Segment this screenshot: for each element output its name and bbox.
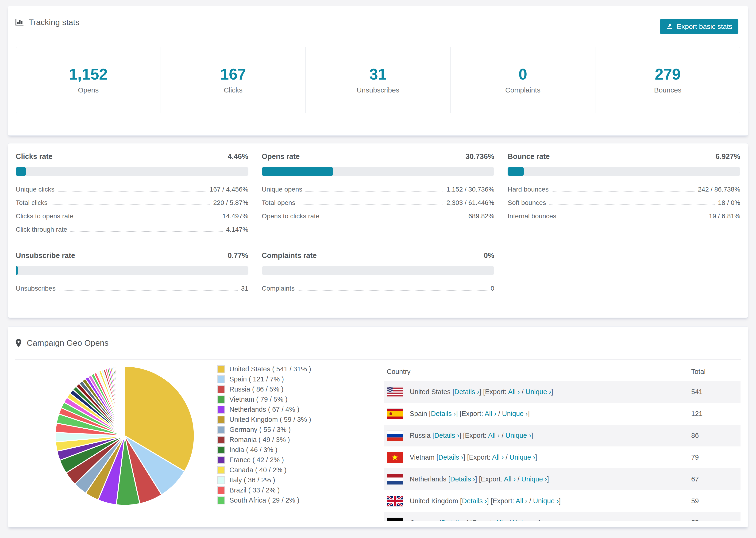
export-all-link[interactable]: All › bbox=[488, 432, 500, 439]
export-all-link[interactable]: All › bbox=[485, 410, 496, 417]
legend-label: Russia ( 86 / 5% ) bbox=[229, 385, 283, 393]
metric-row: Total clicks220 / 5.87% bbox=[16, 199, 248, 206]
details-link[interactable]: Details › bbox=[431, 410, 456, 417]
table-header-row: Country Total bbox=[384, 362, 740, 381]
export-unique-link[interactable]: Unique › bbox=[533, 497, 559, 505]
export-all-link[interactable]: All › bbox=[504, 475, 515, 483]
map-pin-icon bbox=[15, 339, 22, 348]
stat-value: 0 bbox=[519, 67, 527, 82]
metric-label: Click through rate bbox=[16, 226, 67, 233]
geo-pie-chart bbox=[53, 364, 197, 508]
table-row: United States [Details ›] [Export: All ›… bbox=[384, 381, 740, 403]
progress-fill bbox=[262, 167, 333, 176]
stat-card: 1,152Opens bbox=[16, 47, 161, 113]
ru-flag-icon bbox=[387, 430, 403, 441]
export-basic-stats-label: Export basic stats bbox=[676, 23, 732, 30]
export-unique-link[interactable]: Unique › bbox=[513, 519, 538, 521]
metric-value: 4.147% bbox=[226, 226, 248, 233]
metric-value: 242 / 86.738% bbox=[698, 186, 740, 193]
metric-value: 689.82% bbox=[468, 213, 495, 219]
legend-label: Romania ( 49 / 3% ) bbox=[229, 436, 290, 444]
export-unique-link[interactable]: Unique › bbox=[502, 410, 528, 417]
stat-card: 279Bounces bbox=[595, 47, 740, 113]
legend-item: South Africa ( 29 / 2% ) bbox=[217, 495, 349, 506]
legend-swatch bbox=[217, 426, 225, 434]
details-link[interactable]: Details › bbox=[450, 475, 475, 483]
table-row: Germany [Details ›] [Export: All › / Uni… bbox=[384, 512, 740, 521]
metric-value: 0 bbox=[491, 285, 495, 292]
legend-label: Spain ( 121 / 7% ) bbox=[229, 375, 284, 383]
rate-block: Bounce rate6.927%Hard bounces242 / 86.73… bbox=[508, 153, 740, 240]
stat-value: 31 bbox=[369, 67, 387, 82]
metric-value: 19 / 6.81% bbox=[709, 213, 740, 219]
export-unique-link[interactable]: Unique › bbox=[506, 432, 531, 439]
table-row: Russia [Details ›] [Export: All › / Uniq… bbox=[384, 425, 740, 447]
legend-swatch bbox=[217, 497, 225, 505]
metric-value: 18 / 0% bbox=[718, 199, 740, 206]
country-label: Germany [Details ›] [Export: All › / Uni… bbox=[410, 519, 540, 521]
legend-swatch bbox=[217, 456, 225, 464]
rate-title: Bounce rate bbox=[508, 153, 550, 160]
rate-block: Opens rate30.736%Unique opens1,152 / 30.… bbox=[262, 153, 495, 240]
details-link[interactable]: Details › bbox=[434, 432, 459, 439]
details-link[interactable]: Details › bbox=[438, 454, 463, 461]
stat-label: Complaints bbox=[505, 86, 540, 94]
legend-item: Russia ( 86 / 5% ) bbox=[217, 384, 349, 394]
tracking-stats-header: Tracking stats bbox=[15, 6, 741, 39]
metric-row: Clicks to opens rate14.497% bbox=[16, 213, 248, 219]
metric-label: Total opens bbox=[262, 199, 296, 206]
dotted-leader bbox=[549, 204, 715, 205]
legend-label: United States ( 541 / 31% ) bbox=[229, 365, 311, 373]
metric-label: Opens to clicks rate bbox=[262, 213, 320, 219]
export-unique-link[interactable]: Unique › bbox=[521, 475, 547, 483]
export-basic-stats-button[interactable]: Export basic stats bbox=[660, 19, 738, 34]
rates-card: Clicks rate4.46%Unique clicks167 / 4.456… bbox=[8, 143, 748, 318]
stat-value: 1,152 bbox=[69, 67, 108, 82]
export-all-link[interactable]: All › bbox=[508, 388, 520, 396]
tracking-stats-card: Tracking stats Export basic stats 1,152O… bbox=[8, 6, 748, 136]
metric-value: 167 / 4.456% bbox=[210, 186, 248, 193]
campaign-geo-opens-header: Campaign Geo Opens bbox=[15, 327, 741, 360]
country-total: 59 bbox=[688, 490, 740, 512]
export-unique-link[interactable]: Unique › bbox=[510, 454, 535, 461]
country-label: United States [Details ›] [Export: All ›… bbox=[410, 388, 553, 396]
details-link[interactable]: Details › bbox=[454, 388, 479, 396]
legend-swatch bbox=[217, 446, 225, 454]
rate-value: 0.77% bbox=[228, 252, 248, 259]
metric-row: Unique clicks167 / 4.456% bbox=[16, 186, 248, 193]
country-column-header: Country bbox=[384, 362, 688, 381]
metric-row: Click through rate4.147% bbox=[16, 226, 248, 233]
table-row: United Kingdom [Details ›] [Export: All … bbox=[384, 490, 740, 512]
export-all-link[interactable]: All › bbox=[492, 454, 504, 461]
gb-flag-icon bbox=[387, 496, 403, 507]
progress-bar bbox=[16, 266, 248, 275]
rate-value: 4.46% bbox=[228, 153, 248, 160]
metric-label: Unsubscribes bbox=[16, 285, 56, 292]
progress-bar bbox=[16, 167, 248, 176]
export-all-link[interactable]: All › bbox=[495, 519, 507, 521]
details-link[interactable]: Details › bbox=[441, 519, 466, 521]
table-row: Vietnam [Details ›] [Export: All › / Uni… bbox=[384, 447, 740, 468]
legend-item: United Kingdom ( 59 / 3% ) bbox=[217, 414, 349, 425]
stat-card: 31Unsubscribes bbox=[305, 47, 450, 113]
metric-value: 1,152 / 30.736% bbox=[446, 186, 494, 193]
legend-swatch bbox=[217, 416, 225, 424]
dotted-leader bbox=[71, 231, 223, 232]
progress-fill bbox=[16, 167, 26, 176]
dotted-leader bbox=[77, 218, 219, 218]
export-unique-link[interactable]: Unique › bbox=[525, 388, 551, 396]
export-all-link[interactable]: All › bbox=[515, 497, 527, 505]
rate-title: Complaints rate bbox=[262, 252, 317, 259]
dotted-leader bbox=[298, 204, 443, 205]
legend-label: South Africa ( 29 / 2% ) bbox=[229, 497, 299, 504]
legend-label: United Kingdom ( 59 / 3% ) bbox=[229, 416, 311, 423]
campaign-geo-opens-card: Campaign Geo Opens United States ( 541 /… bbox=[8, 326, 748, 527]
legend-swatch bbox=[217, 375, 225, 383]
legend-swatch bbox=[217, 436, 225, 444]
dotted-leader bbox=[51, 204, 210, 205]
legend-swatch bbox=[217, 396, 225, 404]
export-icon bbox=[666, 23, 674, 30]
legend-swatch bbox=[217, 476, 225, 484]
dotted-leader bbox=[298, 290, 487, 291]
details-link[interactable]: Details › bbox=[462, 497, 487, 505]
